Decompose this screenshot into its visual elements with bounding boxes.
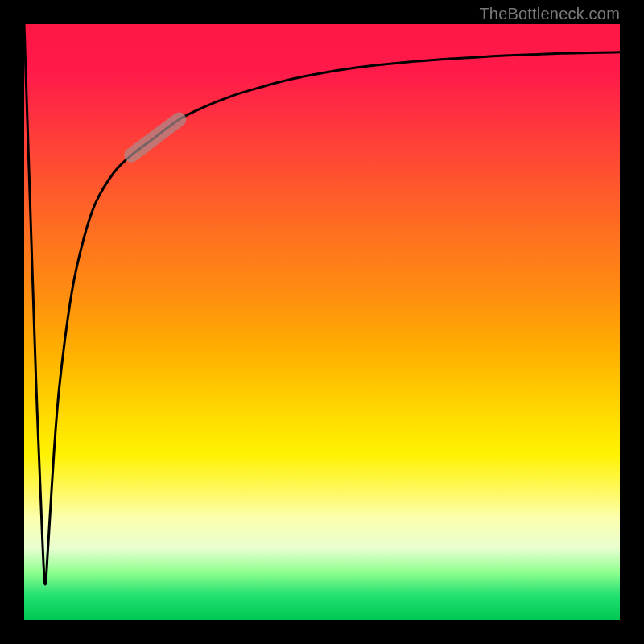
plot-area [24, 24, 620, 620]
watermark-text: TheBottleneck.com [479, 5, 620, 23]
bottleneck-curve-line [24, 24, 620, 584]
curve-svg [24, 24, 620, 620]
highlight-segment [131, 119, 179, 155]
chart-container: TheBottleneck.com [0, 0, 644, 644]
